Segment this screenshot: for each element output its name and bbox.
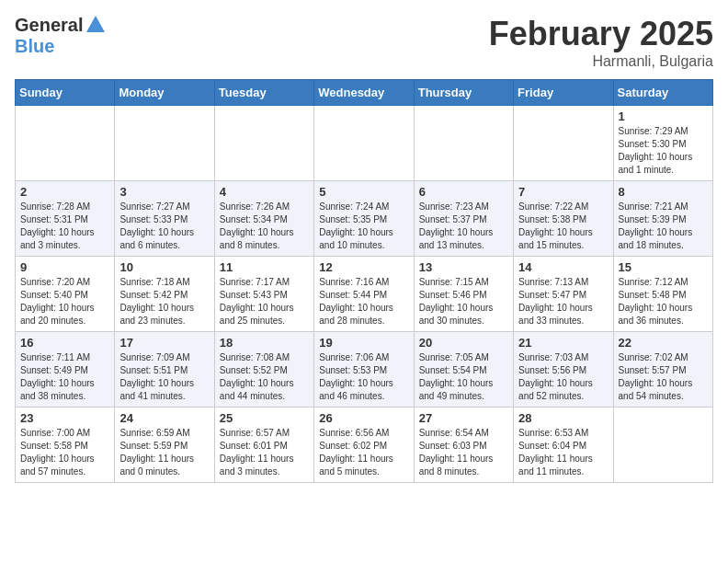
- calendar-cell: 21Sunrise: 7:03 AM Sunset: 5:56 PM Dayli…: [514, 332, 613, 408]
- day-number: 17: [119, 336, 209, 350]
- day-info: Sunrise: 7:26 AM Sunset: 5:34 PM Dayligh…: [220, 201, 309, 252]
- day-number: 16: [20, 336, 109, 350]
- day-info: Sunrise: 7:16 AM Sunset: 5:44 PM Dayligh…: [319, 276, 408, 327]
- calendar-cell: 13Sunrise: 7:15 AM Sunset: 5:46 PM Dayli…: [414, 257, 513, 332]
- day-info: Sunrise: 7:06 AM Sunset: 5:53 PM Dayligh…: [319, 351, 408, 403]
- page-header: General Blue February 2025 Harmanli, Bul…: [15, 15, 713, 70]
- day-number: 4: [220, 185, 309, 199]
- day-info: Sunrise: 7:23 AM Sunset: 5:37 PM Dayligh…: [419, 201, 508, 252]
- calendar-cell: 24Sunrise: 6:59 AM Sunset: 5:59 PM Dayli…: [115, 408, 214, 483]
- calendar-cell: 1Sunrise: 7:29 AM Sunset: 5:30 PM Daylig…: [613, 106, 712, 181]
- calendar-cell: 2Sunrise: 7:28 AM Sunset: 5:31 PM Daylig…: [16, 181, 115, 257]
- calendar-cell: 20Sunrise: 7:05 AM Sunset: 5:54 PM Dayli…: [414, 332, 513, 408]
- calendar-cell: 22Sunrise: 7:02 AM Sunset: 5:57 PM Dayli…: [613, 332, 712, 408]
- calendar-cell: [314, 106, 414, 181]
- day-number: 15: [619, 260, 708, 274]
- day-info: Sunrise: 7:15 AM Sunset: 5:46 PM Dayligh…: [419, 276, 508, 327]
- day-number: 28: [518, 411, 608, 425]
- calendar-cell: 23Sunrise: 7:00 AM Sunset: 5:58 PM Dayli…: [16, 408, 115, 483]
- day-number: 24: [119, 411, 209, 425]
- calendar-cell: [16, 106, 115, 181]
- weekday-header-monday: Monday: [115, 80, 214, 106]
- day-info: Sunrise: 7:17 AM Sunset: 5:43 PM Dayligh…: [220, 276, 309, 327]
- logo: General Blue: [15, 15, 105, 57]
- day-number: 1: [619, 109, 708, 123]
- day-number: 7: [518, 185, 608, 199]
- day-info: Sunrise: 7:24 AM Sunset: 5:35 PM Dayligh…: [319, 201, 408, 252]
- calendar-header-row: SundayMondayTuesdayWednesdayThursdayFrid…: [16, 80, 713, 106]
- day-info: Sunrise: 7:08 AM Sunset: 5:52 PM Dayligh…: [220, 351, 309, 403]
- calendar-cell: 7Sunrise: 7:22 AM Sunset: 5:38 PM Daylig…: [514, 181, 613, 257]
- calendar-cell: 8Sunrise: 7:21 AM Sunset: 5:39 PM Daylig…: [613, 181, 712, 257]
- location-title: Harmanli, Bulgaria: [489, 53, 713, 70]
- calendar-cell: [613, 408, 712, 483]
- day-number: 23: [20, 411, 109, 425]
- day-info: Sunrise: 6:53 AM Sunset: 6:04 PM Dayligh…: [518, 427, 608, 478]
- day-number: 9: [20, 260, 109, 274]
- calendar-cell: [414, 106, 513, 181]
- calendar-cell: 16Sunrise: 7:11 AM Sunset: 5:49 PM Dayli…: [16, 332, 115, 408]
- calendar-cell: 10Sunrise: 7:18 AM Sunset: 5:42 PM Dayli…: [115, 257, 214, 332]
- calendar-cell: 19Sunrise: 7:06 AM Sunset: 5:53 PM Dayli…: [314, 332, 414, 408]
- day-number: 10: [119, 260, 209, 274]
- weekday-header-wednesday: Wednesday: [314, 80, 414, 106]
- day-number: 26: [319, 411, 408, 425]
- calendar-week-row: 9Sunrise: 7:20 AM Sunset: 5:40 PM Daylig…: [16, 257, 713, 332]
- calendar-cell: [214, 106, 313, 181]
- calendar-cell: 11Sunrise: 7:17 AM Sunset: 5:43 PM Dayli…: [214, 257, 313, 332]
- day-info: Sunrise: 7:03 AM Sunset: 5:56 PM Dayligh…: [518, 351, 608, 403]
- day-info: Sunrise: 6:56 AM Sunset: 6:02 PM Dayligh…: [319, 427, 408, 478]
- day-info: Sunrise: 7:18 AM Sunset: 5:42 PM Dayligh…: [119, 276, 209, 327]
- day-info: Sunrise: 6:57 AM Sunset: 6:01 PM Dayligh…: [220, 427, 309, 478]
- calendar-cell: 9Sunrise: 7:20 AM Sunset: 5:40 PM Daylig…: [16, 257, 115, 332]
- calendar-cell: [115, 106, 214, 181]
- month-title: February 2025: [489, 15, 713, 53]
- day-number: 20: [419, 336, 508, 350]
- day-number: 5: [319, 185, 408, 199]
- weekday-header-tuesday: Tuesday: [214, 80, 313, 106]
- calendar-cell: 25Sunrise: 6:57 AM Sunset: 6:01 PM Dayli…: [214, 408, 313, 483]
- calendar-cell: 3Sunrise: 7:27 AM Sunset: 5:33 PM Daylig…: [115, 181, 214, 257]
- calendar-cell: 18Sunrise: 7:08 AM Sunset: 5:52 PM Dayli…: [214, 332, 313, 408]
- day-info: Sunrise: 7:22 AM Sunset: 5:38 PM Dayligh…: [518, 201, 608, 252]
- day-info: Sunrise: 7:09 AM Sunset: 5:51 PM Dayligh…: [119, 351, 209, 403]
- day-info: Sunrise: 7:28 AM Sunset: 5:31 PM Dayligh…: [20, 201, 109, 252]
- day-number: 8: [619, 185, 708, 199]
- calendar-cell: 14Sunrise: 7:13 AM Sunset: 5:47 PM Dayli…: [514, 257, 613, 332]
- day-number: 22: [619, 336, 708, 350]
- day-number: 13: [419, 260, 508, 274]
- logo-blue-text: Blue: [15, 36, 54, 57]
- calendar-week-row: 2Sunrise: 7:28 AM Sunset: 5:31 PM Daylig…: [16, 181, 713, 257]
- day-info: Sunrise: 7:20 AM Sunset: 5:40 PM Dayligh…: [20, 276, 109, 327]
- day-info: Sunrise: 7:02 AM Sunset: 5:57 PM Dayligh…: [619, 351, 708, 403]
- day-info: Sunrise: 7:05 AM Sunset: 5:54 PM Dayligh…: [419, 351, 508, 403]
- day-number: 3: [119, 185, 209, 199]
- day-number: 11: [220, 260, 309, 274]
- calendar-table: SundayMondayTuesdayWednesdayThursdayFrid…: [15, 79, 713, 483]
- calendar-cell: 5Sunrise: 7:24 AM Sunset: 5:35 PM Daylig…: [314, 181, 414, 257]
- calendar-cell: 28Sunrise: 6:53 AM Sunset: 6:04 PM Dayli…: [514, 408, 613, 483]
- title-block: February 2025 Harmanli, Bulgaria: [489, 15, 713, 70]
- calendar-cell: 17Sunrise: 7:09 AM Sunset: 5:51 PM Dayli…: [115, 332, 214, 408]
- day-number: 27: [419, 411, 508, 425]
- day-number: 21: [518, 336, 608, 350]
- weekday-header-friday: Friday: [514, 80, 613, 106]
- day-number: 14: [518, 260, 608, 274]
- day-number: 6: [419, 185, 508, 199]
- calendar-cell: 4Sunrise: 7:26 AM Sunset: 5:34 PM Daylig…: [214, 181, 313, 257]
- calendar-week-row: 16Sunrise: 7:11 AM Sunset: 5:49 PM Dayli…: [16, 332, 713, 408]
- calendar-cell: 27Sunrise: 6:54 AM Sunset: 6:03 PM Dayli…: [414, 408, 513, 483]
- day-info: Sunrise: 7:11 AM Sunset: 5:49 PM Dayligh…: [20, 351, 109, 403]
- day-info: Sunrise: 6:59 AM Sunset: 5:59 PM Dayligh…: [119, 427, 209, 478]
- day-number: 25: [220, 411, 309, 425]
- logo-general-text: General: [15, 15, 83, 36]
- calendar-cell: 6Sunrise: 7:23 AM Sunset: 5:37 PM Daylig…: [414, 181, 513, 257]
- calendar-week-row: 23Sunrise: 7:00 AM Sunset: 5:58 PM Dayli…: [16, 408, 713, 483]
- weekday-header-saturday: Saturday: [613, 80, 712, 106]
- day-number: 19: [319, 336, 408, 350]
- calendar-cell: 26Sunrise: 6:56 AM Sunset: 6:02 PM Dayli…: [314, 408, 414, 483]
- day-info: Sunrise: 7:13 AM Sunset: 5:47 PM Dayligh…: [518, 276, 608, 327]
- day-number: 18: [220, 336, 309, 350]
- day-number: 12: [319, 260, 408, 274]
- day-info: Sunrise: 7:27 AM Sunset: 5:33 PM Dayligh…: [119, 201, 209, 252]
